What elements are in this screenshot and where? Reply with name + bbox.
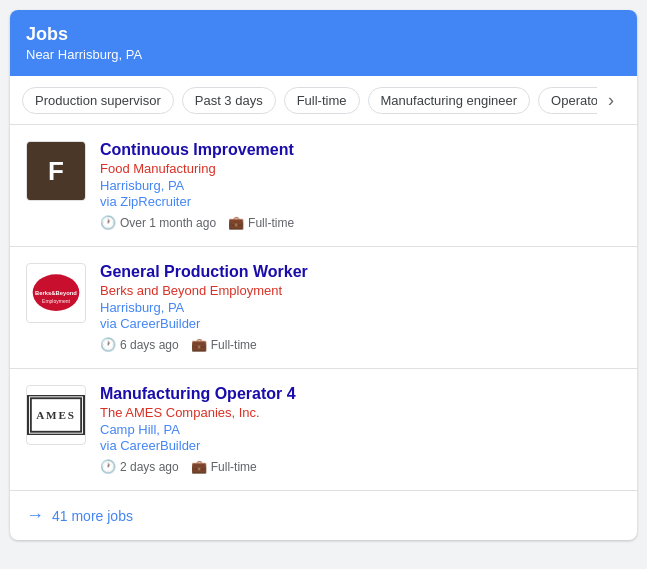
job-type-1: 💼 Full-time bbox=[191, 337, 257, 352]
job-location-1: Harrisburg, PA bbox=[100, 300, 621, 315]
briefcase-icon-1: 💼 bbox=[191, 337, 207, 352]
filter-chip-0[interactable]: Production supervisor bbox=[22, 87, 174, 114]
job-company-2: The AMES Companies, Inc. bbox=[100, 405, 621, 420]
job-info-2: Manufacturing Operator 4 The AMES Compan… bbox=[100, 385, 621, 474]
job-info-1: General Production Worker Berks and Beyo… bbox=[100, 263, 621, 352]
job-type-text-2: Full-time bbox=[211, 460, 257, 474]
clock-icon-2: 🕐 bbox=[100, 459, 116, 474]
job-item-2[interactable]: AMES Manufacturing Operator 4 The AMES C… bbox=[10, 369, 637, 490]
job-meta-2: 🕐 2 days ago 💼 Full-time bbox=[100, 459, 621, 474]
job-title-0: Continuous Improvement bbox=[100, 141, 621, 159]
svg-text:AMES: AMES bbox=[36, 409, 76, 421]
job-age-0: 🕐 Over 1 month ago bbox=[100, 215, 216, 230]
jobs-card: Jobs Near Harrisburg, PA Production supe… bbox=[10, 10, 637, 540]
job-location-0: Harrisburg, PA bbox=[100, 178, 621, 193]
filter-chip-3[interactable]: Manufacturing engineer bbox=[368, 87, 531, 114]
header-subtitle: Near Harrisburg, PA bbox=[26, 47, 621, 62]
job-logo-2: AMES bbox=[26, 385, 86, 445]
filter-next-arrow[interactable]: › bbox=[597, 86, 625, 114]
job-list: F Continuous Improvement Food Manufactur… bbox=[10, 125, 637, 490]
job-type-0: 💼 Full-time bbox=[228, 215, 294, 230]
more-jobs-arrow-icon: → bbox=[26, 505, 44, 526]
job-title-2: Manufacturing Operator 4 bbox=[100, 385, 621, 403]
job-age-1: 🕐 6 days ago bbox=[100, 337, 179, 352]
job-via-2: via CareerBuilder bbox=[100, 438, 621, 453]
job-age-text-0: Over 1 month ago bbox=[120, 216, 216, 230]
filter-chips: Production supervisor Past 3 days Full-t… bbox=[22, 87, 597, 114]
filters-bar: Production supervisor Past 3 days Full-t… bbox=[10, 76, 637, 125]
job-age-text-2: 2 days ago bbox=[120, 460, 179, 474]
svg-text:Berks&Beyond: Berks&Beyond bbox=[35, 290, 77, 296]
job-via-1: via CareerBuilder bbox=[100, 316, 621, 331]
job-logo-ames: AMES bbox=[27, 395, 85, 435]
job-type-text-0: Full-time bbox=[248, 216, 294, 230]
briefcase-icon-2: 💼 bbox=[191, 459, 207, 474]
job-meta-1: 🕐 6 days ago 💼 Full-time bbox=[100, 337, 621, 352]
filter-chip-2[interactable]: Full-time bbox=[284, 87, 360, 114]
job-via-0: via ZipRecruiter bbox=[100, 194, 621, 209]
job-company-1: Berks and Beyond Employment bbox=[100, 283, 621, 298]
job-type-text-1: Full-time bbox=[211, 338, 257, 352]
job-logo-0: F bbox=[26, 141, 86, 201]
job-location-2: Camp Hill, PA bbox=[100, 422, 621, 437]
briefcase-icon-0: 💼 bbox=[228, 215, 244, 230]
more-jobs-link[interactable]: → 41 more jobs bbox=[10, 490, 637, 540]
filter-chip-4[interactable]: Operator bbox=[538, 87, 597, 114]
job-logo-berks: Berks&Beyond Employment bbox=[27, 264, 85, 322]
job-meta-0: 🕐 Over 1 month ago 💼 Full-time bbox=[100, 215, 621, 230]
job-company-0: Food Manufacturing bbox=[100, 161, 621, 176]
job-age-2: 🕐 2 days ago bbox=[100, 459, 179, 474]
more-jobs-text: 41 more jobs bbox=[52, 508, 133, 524]
job-type-2: 💼 Full-time bbox=[191, 459, 257, 474]
filter-chip-1[interactable]: Past 3 days bbox=[182, 87, 276, 114]
job-item-1[interactable]: Berks&Beyond Employment General Producti… bbox=[10, 247, 637, 369]
job-title-1: General Production Worker bbox=[100, 263, 621, 281]
job-age-text-1: 6 days ago bbox=[120, 338, 179, 352]
clock-icon-0: 🕐 bbox=[100, 215, 116, 230]
clock-icon-1: 🕐 bbox=[100, 337, 116, 352]
job-logo-letter-f: F bbox=[27, 141, 85, 201]
header-title: Jobs bbox=[26, 24, 621, 45]
header: Jobs Near Harrisburg, PA bbox=[10, 10, 637, 76]
job-item-0[interactable]: F Continuous Improvement Food Manufactur… bbox=[10, 125, 637, 247]
job-logo-1: Berks&Beyond Employment bbox=[26, 263, 86, 323]
svg-text:Employment: Employment bbox=[42, 298, 70, 304]
job-info-0: Continuous Improvement Food Manufacturin… bbox=[100, 141, 621, 230]
